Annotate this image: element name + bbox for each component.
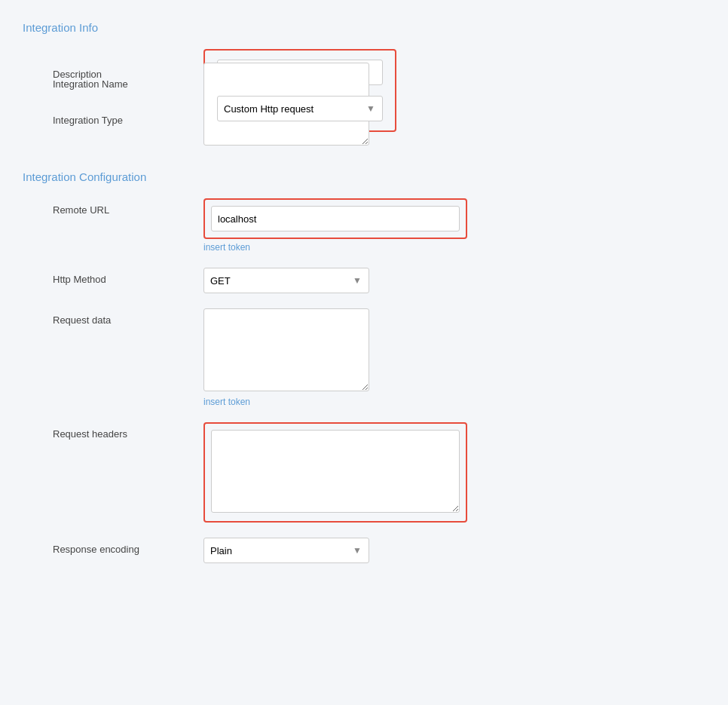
request-headers-label: Request headers xyxy=(53,422,203,440)
request-headers-textarea[interactable] xyxy=(211,430,460,513)
page-container: Integration Info Custom Http request RES… xyxy=(0,0,728,705)
insert-token-link-1[interactable]: insert token xyxy=(203,242,705,253)
http-method-select[interactable]: GET POST PUT DELETE PATCH xyxy=(203,268,369,293)
http-method-row: Http Method GET POST PUT DELETE PATCH ▼ xyxy=(23,268,705,293)
remote-url-red-group xyxy=(203,198,467,239)
response-encoding-row: Response encoding Plain Base64 UTF-8 ▼ xyxy=(23,538,705,563)
request-headers-row: Request headers xyxy=(23,422,705,523)
remote-url-input[interactable] xyxy=(211,206,460,231)
response-encoding-select[interactable]: Plain Base64 UTF-8 xyxy=(203,538,369,563)
integration-type-select[interactable]: Custom Http request REST SOAP GraphQL xyxy=(217,96,383,121)
description-label: Description xyxy=(53,63,203,80)
integration-info-title: Integration Info xyxy=(23,21,705,34)
integration-info-section: Integration Info Custom Http request RES… xyxy=(23,21,705,148)
integration-config-section: Integration Configuration Remote URL ins… xyxy=(23,170,705,563)
request-headers-red-group xyxy=(203,422,467,523)
request-data-label: Request data xyxy=(53,308,203,326)
remote-url-row: Remote URL insert token xyxy=(23,198,705,253)
response-encoding-label: Response encoding xyxy=(53,538,203,555)
integration-config-title: Integration Configuration xyxy=(23,170,705,183)
request-data-textarea[interactable] xyxy=(203,308,369,391)
request-data-row: Request data insert token xyxy=(23,308,705,407)
integration-type-row: Custom Http request REST SOAP GraphQL ▼ xyxy=(217,96,383,121)
remote-url-label: Remote URL xyxy=(53,198,203,216)
insert-token-link-2[interactable]: insert token xyxy=(203,397,705,407)
http-method-label: Http Method xyxy=(53,268,203,285)
